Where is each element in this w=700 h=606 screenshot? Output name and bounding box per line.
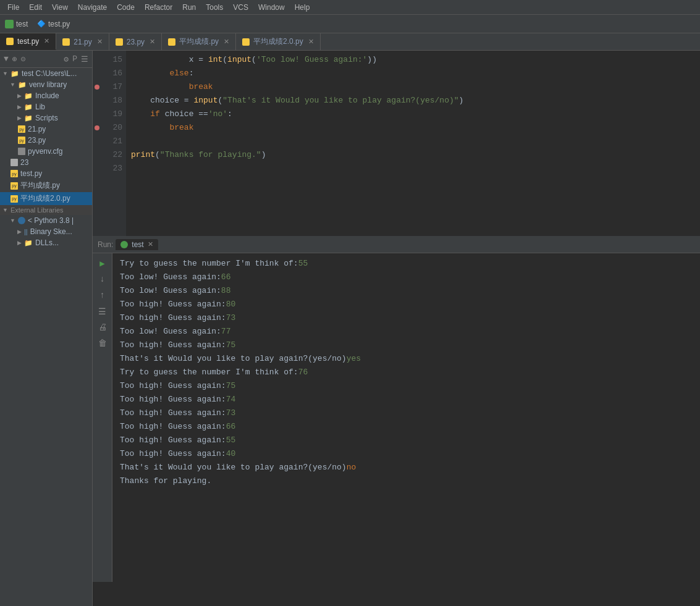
tree-item-binary[interactable]: ▶ || Binary Ske... [0, 226, 92, 237]
tree-item-23[interactable]: 23 [0, 157, 92, 168]
bp-cell-15 [93, 53, 101, 67]
menu-code[interactable]: Code [113, 2, 138, 13]
sidebar-p-icon[interactable]: P [72, 54, 77, 64]
tree-item-testpy[interactable]: py test.py [0, 168, 92, 179]
run-toolbar: ▶ ↓ ↑ ☰ 🖨 🗑 [93, 253, 112, 582]
code-content[interactable]: x = int(input('Too low! Guess again:')) … [126, 51, 700, 236]
title-bar: test 🔷 test.py [0, 15, 700, 33]
output-line-17: Thanks for playing. [120, 474, 693, 488]
arrow-dlls: ▶ [17, 240, 22, 246]
tree-item-external-libs[interactable]: ▼ External Libraries [0, 205, 92, 215]
sidebar-add-icon[interactable]: ⊕ [12, 54, 17, 64]
run-print-button[interactable]: 🖨 [96, 321, 109, 334]
run-down-button[interactable]: ↓ [96, 273, 109, 285]
output-line-6: Too low! Guess again:77 [120, 325, 693, 339]
tree-item-lib[interactable]: ▶ 📁 Lib [0, 101, 92, 112]
run-trash-button[interactable]: 🗑 [96, 337, 109, 350]
sidebar-gear-icon[interactable]: ☰ [81, 54, 88, 64]
menu-window[interactable]: Window [255, 2, 289, 13]
output-line-13: Too high! Guess again:66 [120, 420, 693, 434]
output-line-3: Too low! Guess again:88 [120, 284, 693, 298]
label-pingjun2py: 平均成绩2.0.py [20, 193, 70, 204]
menu-view[interactable]: View [48, 2, 72, 13]
menu-navigate[interactable]: Navigate [74, 2, 111, 13]
run-output[interactable]: Try to guess the number I'm think of:55 … [112, 253, 700, 582]
tree-item-python38[interactable]: ▼ < Python 3.8 | [0, 215, 92, 226]
code-text-20: break [131, 121, 193, 135]
output-line-2: Too low! Guess again:66 [120, 271, 693, 284]
python-icon [18, 217, 25, 224]
label-include: Include [35, 91, 59, 100]
code-line-19: if choice =='no': [131, 107, 695, 121]
arrow-test: ▼ [2, 70, 8, 77]
output-line-12: Too high! Guess again:73 [120, 406, 693, 420]
code-text-16: else: [131, 67, 193, 80]
sidebar-collapse-icon[interactable]: ⊝ [21, 54, 26, 64]
folder-icon-lib: 📁 [24, 103, 33, 111]
run-list-button[interactable]: ☰ [96, 305, 109, 318]
output-line-15: Too high! Guess again:40 [120, 447, 693, 461]
file-tabs: test.py ✕ 21.py ✕ 23.py ✕ 平均成绩.py ✕ 平均成绩… [0, 33, 700, 51]
tab-21-py[interactable]: 21.py ✕ [56, 33, 109, 50]
tab-close-pingjun-py[interactable]: ✕ [224, 38, 229, 46]
code-and-run: 15 16 17 18 19 20 21 22 23 x = int(input… [93, 51, 700, 606]
ln-21: 21 [105, 135, 122, 148]
menu-help[interactable]: Help [291, 2, 314, 13]
tab-pingjun2-py[interactable]: 平均成绩2.0.py ✕ [236, 33, 321, 50]
output-line-8: That's it Would you like to play again?(… [120, 352, 693, 366]
run-up-button[interactable]: ↑ [96, 289, 109, 301]
menu-file[interactable]: File [4, 2, 23, 13]
bp-dot-20 [95, 125, 99, 130]
tree-item-pingjun2py[interactable]: py 平均成绩2.0.py [0, 192, 92, 205]
run-tab-name: test [132, 240, 143, 249]
tree-item-cfg[interactable]: pyvenv.cfg [0, 146, 92, 157]
menu-tools[interactable]: Tools [202, 2, 227, 13]
bp-cell-17 [93, 80, 101, 94]
tab-close-21-py[interactable]: ✕ [97, 38, 103, 46]
output-line-11: Too high! Guess again:74 [120, 393, 693, 406]
menu-refactor[interactable]: Refactor [141, 2, 176, 13]
sidebar-settings-icon[interactable]: ⚙ [64, 54, 69, 64]
tab-close-23-py[interactable]: ✕ [150, 38, 155, 46]
tree-item-include[interactable]: ▶ 📁 Include [0, 90, 92, 101]
run-label: Run: [98, 240, 113, 249]
run-tab-close[interactable]: ✕ [148, 240, 153, 248]
project-icon [5, 20, 14, 28]
label-binary: Binary Ske... [30, 227, 72, 236]
tab-pingjun-py[interactable]: 平均成绩.py ✕ [162, 33, 236, 50]
label-lib: Lib [35, 103, 45, 111]
tree-item-scripts[interactable]: ▶ 📁 Scripts [0, 112, 92, 124]
tree-item-venv[interactable]: ▼ 📁 venv library [0, 79, 92, 90]
bp-dot-17 [95, 85, 99, 90]
tree-item-dlls[interactable]: ▶ 📁 DLLs... [0, 237, 92, 248]
menu-run[interactable]: Run [179, 2, 200, 13]
menu-edit[interactable]: Edit [25, 2, 46, 13]
tab-test-py[interactable]: test.py ✕ [0, 33, 56, 50]
tab-label-21-py: 21.py [74, 38, 91, 46]
tab-close-pingjun2-py[interactable]: ✕ [308, 38, 314, 46]
sidebar-expand-icon[interactable]: ▼ [4, 54, 9, 64]
ln-20: 20 [105, 121, 122, 135]
tree-item-23py[interactable]: py 23.py [0, 135, 92, 146]
tree-item-test[interactable]: ▼ 📁 test C:\Users\L... [0, 68, 92, 79]
arrow-binary: ▶ [17, 229, 22, 235]
tree-item-21py[interactable]: py 21.py [0, 124, 92, 135]
output-line-16: That's it Would you like to play again?(… [120, 461, 693, 474]
run-play-button[interactable]: ▶ [96, 257, 109, 269]
folder-icon-include: 📁 [24, 92, 33, 100]
tab-23-py[interactable]: 23.py ✕ [109, 33, 162, 50]
code-line-20: break [131, 121, 695, 135]
menu-vcs[interactable]: VCS [229, 2, 252, 13]
folder-icon-dlls: 📁 [24, 239, 33, 247]
tree-item-pingjunpy[interactable]: py 平均成绩.py [0, 179, 92, 192]
code-line-21 [131, 135, 695, 148]
output-line-14: Too high! Guess again:55 [120, 434, 693, 447]
code-text-23 [131, 162, 136, 175]
folder-icon-venv: 📁 [18, 81, 27, 89]
run-tab-test[interactable]: test ✕ [116, 239, 158, 250]
label-testpy: test.py [20, 169, 42, 178]
label-venv: venv library [29, 80, 67, 89]
tab-icon-pingjun2-py [242, 38, 250, 46]
tab-close-test-py[interactable]: ✕ [44, 37, 49, 45]
file-icon-testpy: py [11, 170, 18, 177]
